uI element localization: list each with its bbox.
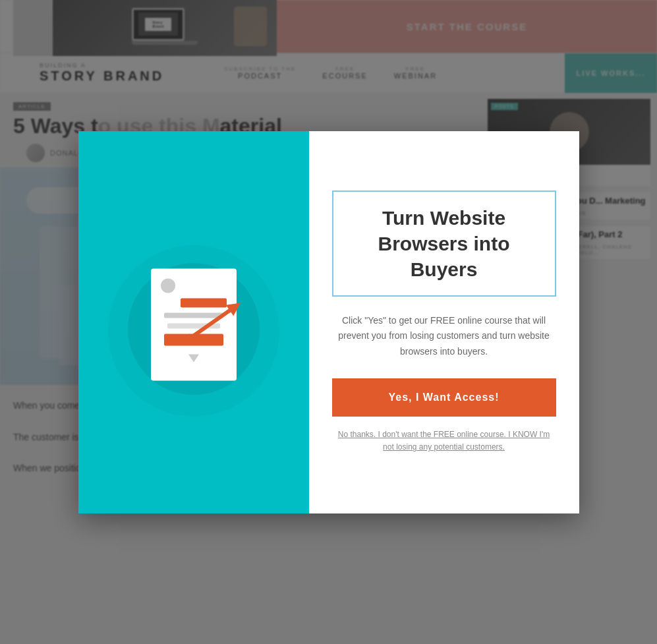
modal-cta-label: Yes, I Want Access! <box>388 392 499 403</box>
modal-title: Turn Website Browsers into Buyers <box>350 205 538 282</box>
modal-description: Click "Yes" to get our FREE online cours… <box>332 313 556 360</box>
illus-document <box>151 268 237 380</box>
modal-illustration-panel <box>78 131 309 513</box>
illus-doc-arrow-down <box>188 354 199 362</box>
illus-doc-circle <box>161 278 175 293</box>
illustration-container <box>101 217 286 428</box>
illus-doc-orange-top <box>181 298 227 307</box>
modal-decline-link[interactable]: No thanks. I don't want the FREE online … <box>332 428 556 454</box>
modal-content-panel: Turn Website Browsers into Buyers Click … <box>309 131 579 513</box>
modal-cta-button[interactable]: Yes, I Want Access! <box>332 378 556 417</box>
modal-title-box: Turn Website Browsers into Buyers <box>332 190 556 297</box>
modal-container: Turn Website Browsers into Buyers Click … <box>78 131 579 513</box>
